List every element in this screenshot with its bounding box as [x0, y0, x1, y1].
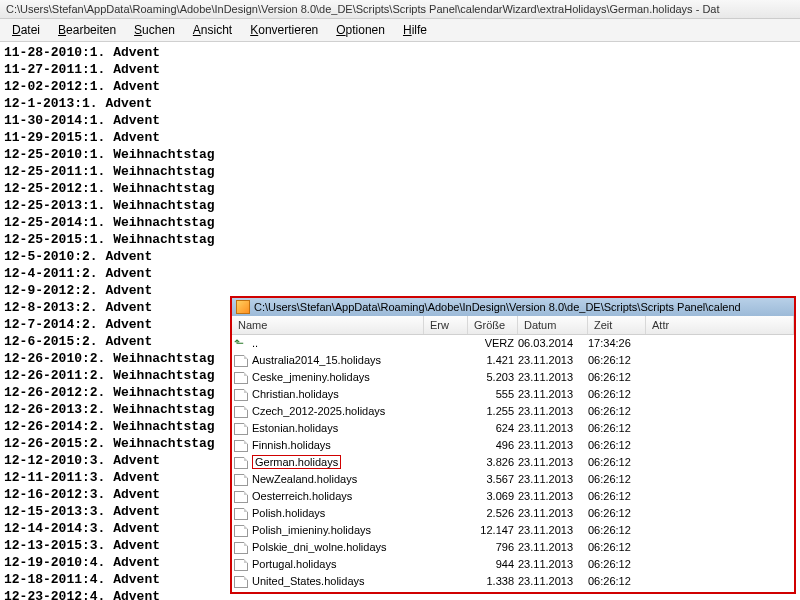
file-browser-titlebar[interactable]: C:\Users\Stefan\AppData\Roaming\Adobe\In… [232, 298, 794, 316]
file-date: 23.11.2013 [518, 369, 588, 386]
file-time: 17:34:26 [588, 335, 646, 352]
file-row[interactable]: wichtige_tage.holidays1.18723.11.201306:… [232, 590, 794, 592]
file-icon [234, 440, 248, 452]
file-size: 12.147 [472, 522, 518, 539]
file-date: 23.11.2013 [518, 522, 588, 539]
file-time: 06:26:12 [588, 420, 646, 437]
file-name: Polish.holidays [252, 505, 428, 522]
menu-item-konvertieren[interactable]: Konvertieren [242, 21, 326, 39]
file-name: wichtige_tage.holidays [252, 590, 428, 592]
file-time: 06:26:12 [588, 488, 646, 505]
file-name: Estonian.holidays [252, 420, 428, 437]
file-icon [234, 457, 248, 469]
file-row[interactable]: Polskie_dni_wolne.holidays79623.11.20130… [232, 539, 794, 556]
file-row[interactable]: Portugal.holidays94423.11.201306:26:12 [232, 556, 794, 573]
file-browser-path: C:\Users\Stefan\AppData\Roaming\Adobe\In… [254, 301, 741, 313]
file-size: 1.187 [472, 590, 518, 592]
file-time: 06:26:12 [588, 437, 646, 454]
parent-folder-row[interactable]: ..VERZ06.03.201417:34:26 [232, 335, 794, 352]
file-date: 23.11.2013 [518, 573, 588, 590]
file-size: 1.338 [472, 573, 518, 590]
file-date: 23.11.2013 [518, 488, 588, 505]
file-time: 06:26:12 [588, 556, 646, 573]
file-date: 23.11.2013 [518, 352, 588, 369]
file-icon [234, 491, 248, 503]
file-icon [234, 542, 248, 554]
file-browser-window[interactable]: C:\Users\Stefan\AppData\Roaming\Adobe\In… [230, 296, 796, 594]
file-date: 23.11.2013 [518, 437, 588, 454]
column-erw[interactable]: Erw [424, 316, 468, 334]
folder-up-icon [234, 338, 248, 350]
file-name: German.holidays [252, 454, 428, 471]
file-time: 06:26:12 [588, 522, 646, 539]
file-size: 1.255 [472, 403, 518, 420]
menu-item-datei[interactable]: Datei [4, 21, 48, 39]
file-icon [234, 508, 248, 520]
file-icon [234, 389, 248, 401]
column-time[interactable]: Zeit [588, 316, 646, 334]
file-time: 06:26:12 [588, 352, 646, 369]
file-time: 06:26:12 [588, 386, 646, 403]
file-name: Finnish.holidays [252, 437, 428, 454]
menu-bar: DateiBearbeitenSuchenAnsichtKonvertieren… [0, 19, 800, 42]
file-date: 23.11.2013 [518, 471, 588, 488]
file-row[interactable]: NewZealand.holidays3.56723.11.201306:26:… [232, 471, 794, 488]
file-size: 3.826 [472, 454, 518, 471]
file-row[interactable]: Estonian.holidays62423.11.201306:26:12 [232, 420, 794, 437]
file-date: 23.11.2013 [518, 505, 588, 522]
column-name[interactable]: Name [232, 316, 424, 334]
column-attr[interactable]: Attr [646, 316, 794, 334]
file-size: VERZ [472, 335, 518, 352]
file-name: United_States.holidays [252, 573, 428, 590]
menu-item-ansicht[interactable]: Ansicht [185, 21, 240, 39]
file-name: Polskie_dni_wolne.holidays [252, 539, 428, 556]
file-icon [234, 372, 248, 384]
file-row[interactable]: Czech_2012-2025.holidays1.25523.11.20130… [232, 403, 794, 420]
window-title-bar: C:\Users\Stefan\AppData\Roaming\Adobe\In… [0, 0, 800, 19]
file-size: 2.526 [472, 505, 518, 522]
menu-item-bearbeiten[interactable]: Bearbeiten [50, 21, 124, 39]
file-row[interactable]: Polish_imieniny.holidays12.14723.11.2013… [232, 522, 794, 539]
file-time: 06:26:12 [588, 590, 646, 592]
file-row[interactable]: German.holidays3.82623.11.201306:26:12 [232, 454, 794, 471]
file-date: 23.11.2013 [518, 556, 588, 573]
file-size: 624 [472, 420, 518, 437]
menu-item-suchen[interactable]: Suchen [126, 21, 183, 39]
file-row[interactable]: Ceske_jmeniny.holidays5.20323.11.201306:… [232, 369, 794, 386]
file-row[interactable]: Oesterreich.holidays3.06923.11.201306:26… [232, 488, 794, 505]
file-time: 06:26:12 [588, 454, 646, 471]
file-date: 23.11.2013 [518, 454, 588, 471]
file-row[interactable]: United_States.holidays1.33823.11.201306:… [232, 573, 794, 590]
file-size: 3.567 [472, 471, 518, 488]
file-row[interactable]: Finnish.holidays49623.11.201306:26:12 [232, 437, 794, 454]
file-name: Ceske_jmeniny.holidays [252, 369, 428, 386]
file-name: Polish_imieniny.holidays [252, 522, 428, 539]
column-size[interactable]: Größe [468, 316, 518, 334]
file-date: 23.11.2013 [518, 420, 588, 437]
file-name: Czech_2012-2025.holidays [252, 403, 428, 420]
file-row[interactable]: Christian.holidays55523.11.201306:26:12 [232, 386, 794, 403]
file-row[interactable]: Australia2014_15.holidays1.42123.11.2013… [232, 352, 794, 369]
file-size: 555 [472, 386, 518, 403]
file-icon [234, 559, 248, 571]
file-row[interactable]: Polish.holidays2.52623.11.201306:26:12 [232, 505, 794, 522]
file-icon [234, 474, 248, 486]
file-date: 23.11.2013 [518, 403, 588, 420]
file-icon [234, 406, 248, 418]
file-name: Portugal.holidays [252, 556, 428, 573]
file-time: 06:26:12 [588, 573, 646, 590]
file-browser-list[interactable]: ..VERZ06.03.201417:34:26Australia2014_15… [232, 335, 794, 592]
file-time: 06:26:12 [588, 505, 646, 522]
file-name: .. [252, 335, 428, 352]
file-name: NewZealand.holidays [252, 471, 428, 488]
file-date: 23.11.2013 [518, 539, 588, 556]
menu-item-hilfe[interactable]: Hilfe [395, 21, 435, 39]
file-browser-columns[interactable]: Name Erw Größe Datum Zeit Attr [232, 316, 794, 335]
file-name: Australia2014_15.holidays [252, 352, 428, 369]
file-size: 3.069 [472, 488, 518, 505]
file-time: 06:26:12 [588, 539, 646, 556]
file-icon [234, 576, 248, 588]
file-icon [234, 423, 248, 435]
menu-item-optionen[interactable]: Optionen [328, 21, 393, 39]
column-date[interactable]: Datum [518, 316, 588, 334]
